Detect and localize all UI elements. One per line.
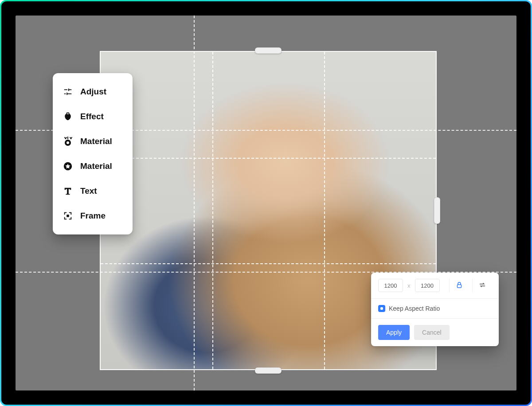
effect-icon [63,111,73,122]
tool-label: Frame [80,211,106,221]
tool-label: Material [80,161,112,171]
adjust-icon [63,86,73,97]
tool-label: Adjust [80,87,106,97]
window-gradient-border: Adjust Effect Material [0,0,532,406]
svg-point-1 [66,141,69,144]
crop-grid-line [101,263,436,264]
swap-icon [478,281,486,290]
tools-panel: Adjust Effect Material [53,73,133,234]
tool-text[interactable]: Text [53,179,133,203]
lock-aspect-button[interactable] [449,279,469,292]
tool-effect[interactable]: Effect [53,104,133,129]
crop-handle-top[interactable] [255,47,282,54]
material1-icon [63,136,73,147]
tool-label: Material [80,137,112,146]
keep-aspect-label: Keep Aspect Ratio [389,305,440,312]
crop-grid-line [324,52,325,369]
guide-line [194,16,195,390]
cancel-button[interactable]: Cancel [414,325,450,340]
resize-actions-row: Apply Cancel [371,319,499,346]
crop-handle-right[interactable] [434,197,440,224]
keep-aspect-checkbox[interactable] [378,305,385,312]
svg-rect-3 [66,215,69,217]
tool-adjust[interactable]: Adjust [53,79,133,104]
crop-grid-line [101,158,436,159]
tool-frame[interactable]: Frame [53,203,133,228]
resize-dimensions-row: x [371,273,499,299]
crop-grid-line [212,52,213,369]
text-icon [63,186,73,196]
svg-rect-4 [457,285,461,288]
height-input[interactable] [415,279,440,292]
tool-label: Effect [80,112,104,121]
tool-material-2[interactable]: Material [53,154,133,179]
material2-icon [63,161,73,172]
canvas-stage[interactable]: Adjust Effect Material [16,16,516,390]
frame-icon [63,211,73,221]
lock-icon [455,281,463,290]
window-black-frame: Adjust Effect Material [1,1,531,405]
keep-aspect-row[interactable]: Keep Aspect Ratio [371,299,499,319]
width-input[interactable] [378,279,403,292]
apply-button[interactable]: Apply [378,325,410,340]
crop-handle-bottom[interactable] [255,367,282,374]
dimension-separator: x [407,282,411,289]
tool-material-1[interactable]: Material [53,129,133,154]
resize-panel: x Keep Aspect [371,273,499,346]
swap-dimensions-button[interactable] [472,279,492,292]
tool-label: Text [80,186,97,196]
